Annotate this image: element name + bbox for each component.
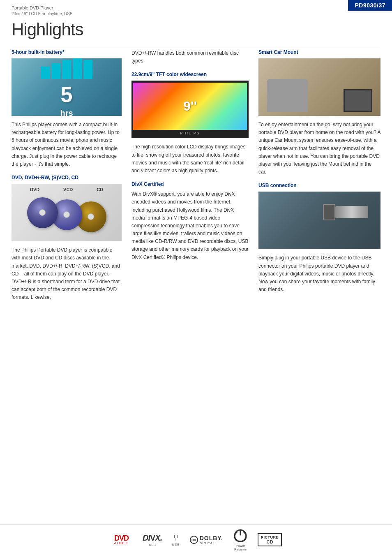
product-subtitle: 23cm/ 9" LCD 5-hr playtime, USB [12, 11, 73, 17]
usb-image [258, 192, 380, 249]
picture-cd-bottom-label: CD [267, 539, 273, 544]
main-content: 5-hour built-in battery* 5 hrs This Phil… [0, 49, 392, 522]
disc-label-cd: CD [97, 187, 103, 192]
battery-image: 5 hrs [12, 58, 122, 116]
disc-label-vcd: VCD [63, 187, 73, 192]
tft-screen-image: 9'' PHILIPS [131, 81, 249, 138]
power-resume-icon [233, 528, 248, 543]
dvd-badge-sublabel: VIDEO [113, 541, 129, 545]
title-divider [12, 48, 380, 48]
picture-cd-badge: PICTURE CD [258, 533, 282, 546]
usb-stick-shape [335, 206, 368, 218]
dolby-badge: DD DOLBY. DIGITAL [190, 535, 223, 545]
usb-badge: ⑂ USB [172, 533, 180, 546]
usb-heading: USB connection [258, 183, 380, 188]
power-resume-label: PowerResume [234, 544, 247, 551]
usb-port-shape [323, 204, 335, 220]
tft-size-text: 9'' [183, 99, 197, 114]
disc-dvd [27, 197, 58, 228]
usb-symbol-icon: ⑂ [173, 533, 178, 543]
car-mount-screen-shape [344, 89, 372, 112]
product-name: Portable DVD Player [12, 5, 73, 11]
column-2: DVD+/-RW handles both common rewritable … [127, 49, 254, 522]
battery-number: 5 [61, 84, 73, 105]
bar-4 [73, 58, 82, 79]
page-title: Highlights [12, 20, 83, 39]
divx-label: DIVX. [143, 533, 162, 543]
dvd-image: DVD VCD CD [12, 184, 122, 241]
tft-brand-label: PHILIPS [180, 130, 200, 136]
bar-3 [62, 60, 71, 79]
disc-center-cd [88, 213, 94, 220]
battery-bars-icon [41, 58, 92, 79]
car-mount-heading: Smart Car Mount [258, 49, 380, 55]
divx-badge: DIVX. USB [143, 533, 162, 547]
disc-labels: DVD VCD CD [12, 187, 122, 192]
tft-heading: 22.9cm/9" TFT color widescreen [131, 72, 249, 77]
dolby-sub-label: DIGITAL [200, 541, 223, 545]
divx-heading: DivX Certified [131, 181, 249, 187]
usb-badge-label: USB [172, 543, 180, 546]
column-1: 5-hour built-in battery* 5 hrs This Phil… [12, 49, 127, 522]
tft-display: 9'' [133, 83, 247, 130]
dvdrw-intro-text: DVD+/-RW handles both common rewritable … [131, 49, 249, 65]
product-info: Portable DVD Player 23cm/ 9" LCD 5-hr pl… [12, 5, 73, 17]
battery-unit: hrs [60, 109, 73, 116]
dvd-video-badge: DVD VIDEO [110, 531, 133, 549]
disc-center-dvd [39, 209, 46, 216]
bar-1 [41, 67, 50, 79]
battery-body-text: This Philips player comes with a compact… [12, 121, 122, 168]
product-id-badge: PD9030/37 [348, 0, 392, 11]
footer-badges: DVD VIDEO DIVX. USB ⑂ USB DD DOLBY. DIGI… [0, 524, 392, 555]
power-icon-svg [233, 528, 248, 543]
dvd-heading: DVD, DVD+/-RW, (S)VCD, CD [12, 175, 122, 180]
power-resume-badge: PowerResume [233, 528, 248, 551]
divx-sublabel: USB [149, 543, 155, 547]
disc-label-dvd: DVD [30, 187, 39, 192]
usb-body-text: Simply plug in your portable USB device … [258, 254, 380, 294]
battery-heading: 5-hour built-in battery* [12, 49, 122, 55]
dolby-text-group: DOLBY. DIGITAL [200, 535, 223, 545]
bar-5 [83, 60, 92, 79]
tft-body-text: The high resolution color LCD display br… [131, 143, 249, 175]
divx-body-text: With DivX® support, you are able to enjo… [131, 190, 249, 261]
dvd-body-text: The Philips Portable DVD player is compa… [12, 246, 122, 301]
dolby-circle-icon: DD [190, 536, 198, 544]
dolby-main-label: DOLBY. [200, 535, 223, 541]
column-3: Smart Car Mount To enjoy entertainment o… [254, 49, 380, 522]
disc-center-vcd [63, 211, 70, 218]
headrest-shape [267, 79, 308, 112]
car-mount-image [258, 58, 380, 116]
dolby-icon-row: DD DOLBY. DIGITAL [190, 535, 223, 545]
picture-cd-top-label: PICTURE [261, 535, 279, 539]
car-mount-body-text: To enjoy entertainment on the go, why no… [258, 121, 380, 176]
bar-2 [51, 63, 60, 79]
